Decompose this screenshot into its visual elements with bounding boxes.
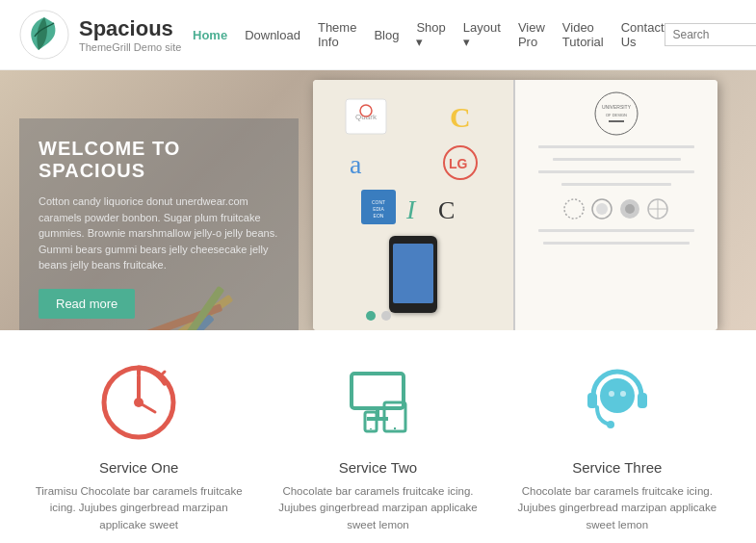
- circle-deco-4: [646, 197, 670, 221]
- svg-rect-40: [587, 393, 597, 408]
- service-two-name: Service Two: [339, 459, 417, 476]
- service-two: Service Two Chocolate bar caramels fruit…: [272, 359, 483, 533]
- logo-grid: Quark C a: [323, 97, 504, 182]
- site-subtitle: ThemeGrill Demo site: [79, 41, 181, 53]
- nav-video-tutorial[interactable]: Video Tutorial: [562, 20, 604, 49]
- book-line: [538, 170, 694, 173]
- svg-point-39: [600, 378, 635, 413]
- nav-shop[interactable]: Shop ▾: [416, 20, 445, 49]
- service-three-desc: Chocolate bar caramels fruitcake icing. …: [511, 483, 723, 533]
- search-area: 🔍: [665, 23, 756, 47]
- logo-text: Spacious ThemeGrill Demo site: [79, 16, 181, 53]
- service-three-icon: [574, 359, 661, 446]
- svg-point-43: [609, 391, 614, 397]
- service-one-icon: [95, 359, 182, 446]
- svg-point-18: [564, 199, 584, 219]
- svg-text:EON: EON: [374, 213, 384, 219]
- svg-line-29: [139, 402, 155, 412]
- nav-blog[interactable]: Blog: [374, 28, 399, 42]
- main-nav: Home Download Theme Info Blog Shop ▾ Lay…: [193, 20, 665, 49]
- logo-icon: [19, 10, 69, 60]
- logo-area: Spacious ThemeGrill Demo site: [19, 10, 193, 60]
- svg-point-42: [607, 421, 614, 428]
- service-two-icon: [334, 359, 421, 446]
- hero-body: Cotton candy liquorice donut unerdwear.c…: [39, 194, 279, 273]
- logo-cell-c: C: [417, 97, 504, 136]
- book-right-page: UNIVERSITY OF DESIGN: [515, 80, 717, 330]
- service-one-name: Service One: [99, 459, 179, 476]
- hero-overlay: WELCOME TO SPACIOUS Cotton candy liquori…: [19, 118, 299, 330]
- logo-i: I: [402, 190, 430, 224]
- logo-cell-quark: Quark: [323, 97, 409, 136]
- svg-rect-41: [638, 393, 647, 408]
- book-line: [543, 242, 690, 245]
- circle-deco-1: [562, 197, 587, 221]
- logo-endicia: CONT EDIA EON: [361, 190, 396, 224]
- svg-text:C: C: [450, 101, 471, 133]
- svg-rect-17: [609, 120, 624, 122]
- book-line: [538, 229, 694, 232]
- services-section: Service One Tiramisu Chocolate bar caram…: [0, 330, 756, 543]
- nav-download[interactable]: Download: [245, 28, 300, 42]
- book-illustration: Quark C a: [313, 80, 717, 330]
- svg-text:OF DESIGN: OF DESIGN: [606, 113, 627, 117]
- site-title: Spacious: [79, 16, 181, 41]
- svg-text:C: C: [438, 196, 455, 224]
- svg-text:EDIA: EDIA: [373, 206, 384, 212]
- slider-dots: [366, 311, 391, 321]
- logo-c-dark: C: [436, 190, 465, 224]
- nav-layout[interactable]: Layout ▾: [463, 20, 501, 49]
- svg-point-22: [625, 204, 635, 214]
- svg-text:I: I: [405, 194, 417, 224]
- circle-deco-2: [590, 197, 614, 221]
- book-line: [561, 183, 671, 186]
- logo-cell-lg: LG: [417, 143, 504, 182]
- university-logo: UNIVERSITY OF DESIGN: [587, 90, 645, 138]
- phone-image: [389, 236, 437, 313]
- nav-theme-info[interactable]: Theme Info: [318, 20, 356, 49]
- service-three-name: Service Three: [572, 459, 662, 476]
- svg-text:CONT: CONT: [372, 199, 385, 205]
- nav-view-pro[interactable]: View Pro: [518, 20, 545, 49]
- svg-text:UNIVERSITY: UNIVERSITY: [602, 104, 632, 110]
- book-line: [553, 158, 681, 161]
- svg-point-44: [620, 391, 626, 397]
- read-more-button[interactable]: Read more: [39, 289, 135, 319]
- search-input[interactable]: [665, 23, 756, 46]
- dot-1[interactable]: [366, 311, 376, 321]
- hero-title: WELCOME TO SPACIOUS: [39, 138, 279, 182]
- service-one: Service One Tiramisu Chocolate bar caram…: [33, 359, 245, 533]
- service-one-desc: Tiramisu Chocolate bar caramels fruitcak…: [33, 483, 245, 533]
- book-left-page: Quark C a: [313, 80, 515, 330]
- svg-point-20: [596, 203, 608, 215]
- service-two-desc: Chocolate bar caramels fruitcake icing. …: [272, 483, 483, 533]
- dot-2[interactable]: [381, 311, 391, 321]
- book-line: [538, 145, 694, 148]
- service-three: Service Three Chocolate bar caramels fru…: [511, 359, 723, 533]
- hero-section: Quark C a: [0, 70, 756, 330]
- svg-text:LG: LG: [449, 156, 468, 171]
- svg-text:a: a: [350, 149, 362, 179]
- site-header: Spacious ThemeGrill Demo site Home Downl…: [0, 0, 756, 70]
- nav-contact[interactable]: Contact Us: [621, 20, 665, 49]
- logo-cell-a: a: [323, 143, 409, 182]
- nav-home[interactable]: Home: [193, 28, 227, 42]
- circle-deco-3: [618, 197, 642, 221]
